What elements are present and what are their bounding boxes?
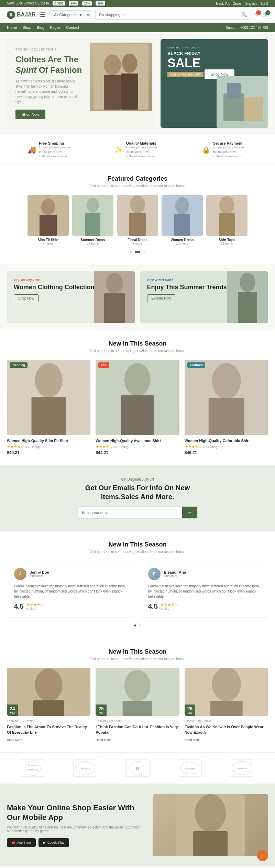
category-dropdown[interactable]: All Categories ▼ <box>50 10 91 19</box>
android-icon: ▶ <box>43 841 46 844</box>
rating-label-2: Rating <box>161 607 178 610</box>
appstore-button[interactable]: 🍎 App Store <box>7 838 36 847</box>
badge-30: 30% <box>96 1 105 5</box>
category-slim-fit[interactable]: Slim Fit Shirt 4 Items <box>28 195 69 245</box>
brand-n[interactable]: N <box>120 759 155 777</box>
product-price-3: $46.21 <box>185 450 268 455</box>
app-buttons: 🍎 App Store ▶ Google Play <box>7 838 146 847</box>
brand-jewelry-2[interactable]: Jewelry <box>225 759 259 777</box>
testimonial-dot-1 <box>134 624 136 627</box>
sale-discount-badge: GET UP TO 50% OFF <box>167 72 204 77</box>
blog-card-2[interactable]: 25 Mar Fashion | By Admin I Think Fashio… <box>96 668 179 742</box>
nav-pages[interactable]: Pages <box>50 25 60 30</box>
header: B BAJAR ☰ All Categories ▼ 🔍 ♡ 0 🛒 0 <box>0 7 275 23</box>
testimonial-header-2: E Eleanor Aria Customer <box>148 568 261 580</box>
product-card-1[interactable]: Trending Women High-Quality Slim Fit Shi… <box>7 360 90 455</box>
rating-row-2: 4.5 ★★★★☆ Rating <box>148 602 261 610</box>
svg-text:Jewelry: Jewelry <box>80 767 90 770</box>
svg-point-10 <box>41 199 55 215</box>
brand-highlight[interactable]: Highlight <box>173 759 207 777</box>
track-order-link[interactable]: Track Your Order <box>215 2 241 5</box>
nav-home[interactable]: Home <box>7 25 17 30</box>
promo-btn-1[interactable]: Shop Now <box>14 294 38 302</box>
playstore-button[interactable]: ▶ Google Play <box>38 838 69 847</box>
app-content: Make Your Online Shop Easier With Our Mo… <box>7 803 146 847</box>
products-grid: Trending Women High-Quality Slim Fit Shi… <box>7 360 268 455</box>
category-shirt-tops[interactable]: Shirt Tops 16 Items <box>206 195 248 245</box>
dot-2 <box>135 251 140 253</box>
brands-section: FLORALDREAMS Jewelry N Highlight Jewelry <box>0 752 275 784</box>
brand-jewelry-1[interactable]: Jewelry <box>68 759 102 777</box>
blog-card-1[interactable]: 24 Mar Fashion | By Admin Fashion Is The… <box>7 668 90 742</box>
newsletter-email-input[interactable] <box>78 507 182 518</box>
support-icon: 📞 <box>220 26 224 30</box>
svg-point-2 <box>122 54 137 73</box>
category-women-dress[interactable]: Women Dress 12 Items <box>162 195 203 245</box>
search-input[interactable] <box>96 10 238 19</box>
category-shirt-tops-image <box>206 195 248 236</box>
cart-icon[interactable]: 🛒 0 <box>263 12 268 17</box>
newsletter-title: Get Our Emails For Info On NewItems,Sale… <box>7 483 268 501</box>
category-summer-dress[interactable]: Summer Dress 12 Items <box>72 195 113 245</box>
hero-right-image <box>217 76 268 128</box>
category-floral-dress[interactable]: Floral Dress 8 Items <box>117 195 158 245</box>
nav-shop[interactable]: Shop <box>22 25 31 30</box>
brand-logo-5: Jewelry <box>230 759 254 777</box>
hero-couple-image <box>90 43 152 111</box>
rating-stars-1: ★★★★☆ Rating <box>26 602 44 610</box>
product-rating-row-3: ★★★★☆ 4.5 Rating <box>185 444 268 449</box>
promo-image-2 <box>227 271 268 323</box>
blog-post-title-1: Fashion Is The Armor To Survive The Real… <box>7 724 90 735</box>
blog-image-2: 25 Mar <box>96 668 179 716</box>
nav-links: Home Shop Blog Pages Contact <box>7 25 79 30</box>
svg-point-43 <box>124 670 151 701</box>
hamburger-icon[interactable]: ☰ <box>40 11 45 19</box>
product-card-2[interactable]: 40% Women High-Quality Awesome Shirt ★★★… <box>96 360 179 455</box>
blog-meta-2: Fashion | By Admin <box>96 719 179 723</box>
product-title-3: Women High-Quality Colorable Shirt <box>185 439 268 443</box>
badge-15: 15% <box>82 1 92 5</box>
blog-read-more-1[interactable]: Read More <box>7 738 22 742</box>
brand-logo-4: Highlight <box>178 759 202 777</box>
product-card-3[interactable]: Featured Women High-Quality Colorable Sh… <box>185 360 268 455</box>
product-badge-3: Featured <box>187 362 205 368</box>
support-label: Support: <box>226 26 239 30</box>
svg-point-60 <box>195 794 226 832</box>
svg-rect-32 <box>32 397 66 435</box>
search-button[interactable]: 🔍 <box>238 10 251 19</box>
badge-code: CODE <box>53 1 65 5</box>
svg-rect-44 <box>123 701 152 716</box>
blog-post-title-3: Fashion As We Knew It Is Over People Wea… <box>185 724 268 735</box>
language-select[interactable]: English <box>245 2 257 5</box>
nav-blog[interactable]: Blog <box>37 25 44 30</box>
product-image-wrap-3: Featured <box>185 360 268 435</box>
promo-section: 10% Off Any Time Women Clothing Collecti… <box>0 264 275 330</box>
product-image-2 <box>96 360 179 435</box>
nav-contact[interactable]: Contact <box>66 25 79 30</box>
brand-floral-dreams[interactable]: FLORALDREAMS <box>16 759 50 777</box>
newsletter-submit-button[interactable]: → <box>182 507 197 518</box>
testimonials-subtitle: Visit our shop to see amazing creations … <box>7 550 268 554</box>
testimonials-section: New In This Season Visit our shop to see… <box>0 531 275 638</box>
product-rating-row-2: ★★★★☆ 4.5 Rating <box>96 444 179 449</box>
testimonial-header-1: J Jenny Doe Customer <box>14 568 127 580</box>
logo[interactable]: B BAJAR <box>7 11 36 19</box>
promo-text: Save 30% Sitewide/Ends in CODE 10% 15% 3… <box>7 1 111 5</box>
hero-shop-button[interactable]: Shop Now <box>15 110 45 119</box>
currency-select[interactable]: USD <box>261 2 268 5</box>
dot-1 <box>130 251 132 253</box>
category-carousel-dots <box>7 249 268 254</box>
svg-text:Highlight: Highlight <box>185 767 195 770</box>
promo-btn-2[interactable]: Explore Now <box>147 294 176 302</box>
product-image-1 <box>7 360 90 435</box>
product-rating-row-1: ★★★★☆ 4.5 Rating <box>7 444 90 449</box>
blog-read-more-2[interactable]: Read More <box>96 738 111 742</box>
blog-meta-3: Fashion | By Admin <box>185 719 268 723</box>
product-title-2: Women High-Quality Awesome Shirt <box>96 439 179 443</box>
testimonial-2: E Eleanor Aria Customer Lorem ipsum avai… <box>141 561 268 618</box>
blog-read-more-3[interactable]: Read More <box>185 738 200 742</box>
blog-card-3[interactable]: 26 Mar Fashion | By Admin Fashion As We … <box>185 668 268 742</box>
wishlist-icon[interactable]: ♡ 0 <box>255 12 259 17</box>
svg-point-1 <box>104 55 121 75</box>
back-to-top-button[interactable]: ↑ <box>257 850 268 861</box>
